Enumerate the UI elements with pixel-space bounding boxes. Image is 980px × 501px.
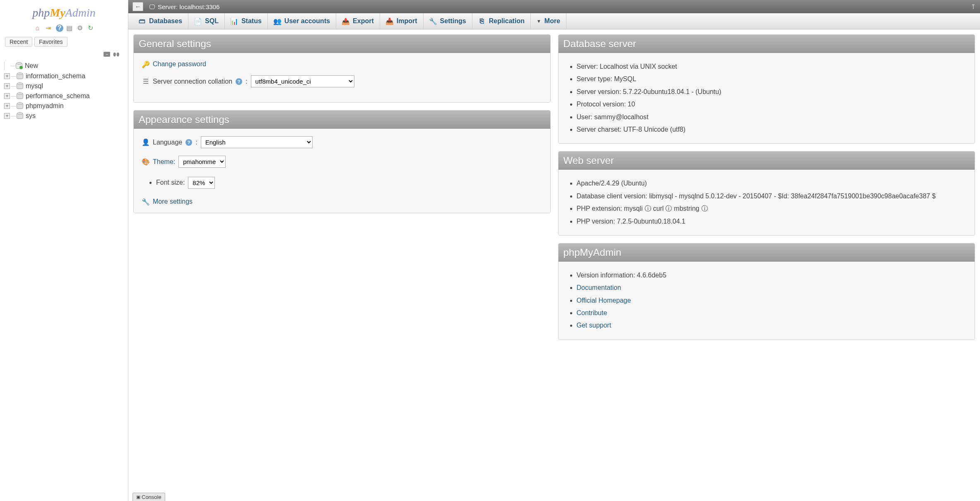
- help-icon[interactable]: ?: [185, 139, 192, 146]
- tree-db-item[interactable]: + phpmyadmin: [2, 101, 126, 111]
- info-item: Server: Localhost via UNIX socket: [577, 60, 967, 73]
- homepage-link[interactable]: Official Homepage: [577, 297, 631, 304]
- expand-icon[interactable]: +: [4, 113, 10, 119]
- panel-appearance-settings: Appearance settings 👤 Language ?: Englis…: [133, 110, 551, 213]
- tree-db-item[interactable]: + mysql: [2, 81, 126, 91]
- database-icon: [17, 73, 23, 79]
- tabs: 🗃Databases 📄SQL 📊Status 👥User accounts 📤…: [128, 13, 980, 29]
- change-password-link[interactable]: Change password: [153, 60, 206, 68]
- console-label: Console: [142, 494, 161, 500]
- console-tab[interactable]: ▣ Console: [132, 493, 165, 501]
- expand-icon[interactable]: +: [4, 93, 10, 99]
- database-icon: 🗃: [138, 17, 146, 25]
- panel-database-server: Database server Server: Localhost via UN…: [558, 34, 975, 144]
- tree-db-item[interactable]: + information_schema: [2, 71, 126, 81]
- docs-icon[interactable]: ?: [55, 24, 63, 32]
- tree-db-item[interactable]: + performance_schema: [2, 91, 126, 101]
- panel-title: phpMyAdmin: [559, 243, 975, 262]
- panel-general-settings: General settings 🔑 Change password ☰ Ser…: [133, 34, 551, 103]
- new-badge-icon: [19, 66, 23, 69]
- logout-icon[interactable]: ⇥: [44, 24, 52, 32]
- tab-status[interactable]: 📊Status: [225, 13, 268, 29]
- wrench-icon: 🔧: [142, 198, 149, 205]
- collation-icon: ☰: [142, 78, 149, 85]
- collation-select[interactable]: utf8mb4_unicode_ci: [251, 75, 354, 87]
- language-select[interactable]: English: [201, 136, 313, 148]
- favorites-button[interactable]: Favorites: [34, 37, 67, 47]
- expand-icon[interactable]: +: [4, 83, 10, 89]
- support-link[interactable]: Get support: [577, 322, 612, 329]
- panel-phpmyadmin: phpMyAdmin Version information: 4.6.6deb…: [558, 243, 975, 340]
- font-size-label: Font size:: [156, 178, 185, 187]
- collapse-topbar-icon[interactable]: ⤒: [970, 3, 976, 11]
- sql-icon: 📄: [194, 17, 202, 25]
- nav-buttons: Recent Favorites: [0, 35, 128, 48]
- tree-db-label: performance_schema: [26, 92, 90, 100]
- language-icon: 👤: [142, 139, 149, 146]
- back-button[interactable]: ←: [132, 2, 143, 11]
- info-item: Server version: 5.7.22-0ubuntu18.04.1 - …: [577, 86, 967, 98]
- server-icon: 🖵: [149, 3, 155, 10]
- tree-db-item[interactable]: + sys: [2, 111, 126, 121]
- theme-link[interactable]: Theme:: [153, 158, 175, 166]
- tab-user-accounts[interactable]: 👥User accounts: [268, 13, 336, 29]
- logo-php: php: [32, 6, 50, 19]
- wrench-icon: 🔧: [429, 17, 437, 25]
- panel-title: Database server: [559, 35, 975, 53]
- tree-db-label: mysql: [26, 82, 43, 90]
- tab-import[interactable]: 📥Import: [380, 13, 424, 29]
- tree-new-label: New: [25, 62, 38, 70]
- database-icon: [17, 93, 23, 99]
- panel-web-server: Web server Apache/2.4.29 (Ubuntu) Databa…: [558, 151, 975, 236]
- collation-label: Server connection collation: [153, 78, 232, 85]
- right-column: Database server Server: Localhost via UN…: [558, 34, 975, 347]
- database-icon: [17, 103, 23, 109]
- console-icon: ▣: [136, 494, 140, 500]
- tab-replication[interactable]: ⎘Replication: [472, 13, 531, 29]
- documentation-link[interactable]: Documentation: [577, 284, 621, 291]
- logo-my: My: [50, 6, 65, 19]
- language-label: Language: [153, 139, 182, 146]
- tree-db-label: information_schema: [26, 72, 85, 80]
- link-icon[interactable]: ⬮⬮: [113, 51, 120, 57]
- sidebar-toolbar: ⌂ ⇥ ? ▤ ⚙ ↻: [0, 23, 128, 35]
- home-icon[interactable]: ⌂: [34, 24, 41, 32]
- tab-export[interactable]: 📤Export: [336, 13, 380, 29]
- import-icon: 📥: [386, 17, 393, 25]
- tree-db-label: sys: [26, 112, 36, 120]
- reload-icon[interactable]: ↻: [87, 24, 94, 32]
- recent-button[interactable]: Recent: [5, 37, 32, 47]
- tab-settings[interactable]: 🔧Settings: [424, 13, 472, 29]
- version-info: Version information: 4.6.6deb5: [577, 269, 967, 282]
- database-icon: [17, 113, 23, 119]
- panel-title: Web server: [559, 152, 975, 170]
- expand-icon[interactable]: +: [4, 103, 10, 109]
- info-item: Server type: MySQL: [577, 73, 967, 85]
- theme-icon: 🎨: [142, 158, 149, 166]
- info-item: User: sammy@localhost: [577, 111, 967, 123]
- expand-icon[interactable]: +: [4, 73, 10, 79]
- users-icon: 👥: [274, 17, 281, 25]
- help-icon[interactable]: ?: [236, 78, 242, 85]
- settings-icon[interactable]: ⚙: [76, 24, 84, 32]
- theme-select[interactable]: pmahomme: [178, 156, 226, 168]
- status-icon: 📊: [231, 17, 238, 25]
- database-icon: [17, 83, 23, 89]
- tree-new-database[interactable]: New: [2, 60, 126, 71]
- panel-title: General settings: [134, 35, 550, 53]
- tab-databases[interactable]: 🗃Databases: [132, 13, 188, 29]
- password-icon: 🔑: [142, 60, 149, 68]
- tree-db-label: phpmyadmin: [26, 102, 64, 110]
- export-icon: 📤: [342, 17, 349, 25]
- panel-title: Appearance settings: [134, 111, 550, 129]
- font-size-select[interactable]: 82%: [188, 177, 215, 189]
- tab-sql[interactable]: 📄SQL: [188, 13, 225, 29]
- more-settings-link[interactable]: More settings: [153, 198, 193, 205]
- info-item: Database client version: libmysql - mysq…: [577, 190, 967, 202]
- collapse-all-icon[interactable]: −: [104, 52, 110, 57]
- logo[interactable]: phpMyAdmin: [0, 4, 128, 23]
- info-item: PHP extension: mysqli ⓘ curl ⓘ mbstring …: [577, 202, 967, 215]
- contribute-link[interactable]: Contribute: [577, 309, 607, 316]
- tab-more[interactable]: ▼More: [531, 13, 566, 29]
- sql-docs-icon[interactable]: ▤: [65, 24, 73, 32]
